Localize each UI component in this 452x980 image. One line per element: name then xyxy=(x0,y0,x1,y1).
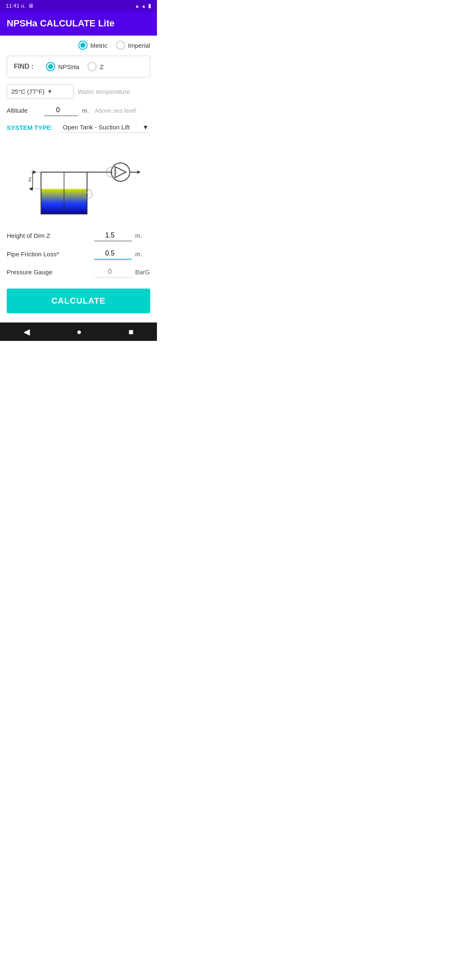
find-npsha-radio[interactable] xyxy=(46,62,55,71)
altitude-row: Altitude m. Above sea level xyxy=(7,105,150,116)
find-npsha-option[interactable]: NPSHa xyxy=(46,62,79,71)
pipe-friction-loss-row: Pipe Friction Loss* m. xyxy=(7,248,150,260)
diagram-container: Z B A xyxy=(7,139,150,222)
app-bar: NPSHa CALCULATE Lite xyxy=(0,11,157,36)
height-dim-z-unit: m. xyxy=(135,232,150,239)
system-type-row: SYSTEM TYPE: Open Tank - Suction Lift ▼ xyxy=(7,122,150,133)
altitude-description: Above sea level xyxy=(95,107,136,114)
system-type-arrow: ▼ xyxy=(142,124,149,131)
system-type-label: SYSTEM TYPE: xyxy=(7,124,57,131)
height-dim-z-wrap: m. xyxy=(94,230,150,241)
dot-icon: 🖥 xyxy=(28,3,33,9)
pressure-gauge-label: Pressure Gauge xyxy=(7,268,94,276)
find-npsha-label: NPSHa xyxy=(58,63,79,70)
find-label: FIND : xyxy=(14,63,33,70)
pressure-gauge-wrap: BarG xyxy=(94,266,150,278)
nav-bar: ◀ ● ■ xyxy=(0,322,157,341)
find-z-radio[interactable] xyxy=(87,62,97,71)
pipe-friction-loss-input[interactable] xyxy=(94,248,132,260)
status-bar: 11:41 u. 🖥 xyxy=(0,0,157,11)
pressure-gauge-unit: BarG xyxy=(135,268,150,276)
pipe-friction-loss-unit: m. xyxy=(135,250,150,258)
signal-icon xyxy=(141,3,146,9)
metric-option[interactable]: Metric xyxy=(78,41,108,50)
pressure-gauge-row: Pressure Gauge BarG xyxy=(7,266,150,278)
pipe-friction-loss-label: Pipe Friction Loss* xyxy=(7,250,94,258)
temperature-value: 25°C (77°F) xyxy=(11,88,45,95)
temperature-row: 25°C (77°F) ▼ Water temperature xyxy=(7,84,150,99)
svg-marker-12 xyxy=(137,170,141,174)
system-type-value: Open Tank - Suction Lift xyxy=(63,124,130,131)
time-display: 11:41 u. xyxy=(6,3,26,9)
altitude-label: Altitude xyxy=(7,107,40,114)
status-time: 11:41 u. 🖥 xyxy=(6,3,33,9)
height-dim-z-row: Height of Dim Z m. xyxy=(7,230,150,241)
svg-text:B: B xyxy=(110,170,113,175)
pipe-friction-loss-wrap: m. xyxy=(94,248,150,260)
metric-radio[interactable] xyxy=(78,41,87,50)
imperial-label: Imperial xyxy=(128,42,150,49)
main-content: Metric Imperial FIND : NPSHa Z 25°C (77°… xyxy=(0,36,157,318)
svg-point-9 xyxy=(111,163,130,181)
height-dim-z-input[interactable] xyxy=(94,230,132,241)
status-icons xyxy=(135,3,151,9)
imperial-option[interactable]: Imperial xyxy=(116,41,150,50)
imperial-radio[interactable] xyxy=(116,41,125,50)
nav-back-button[interactable]: ◀ xyxy=(23,327,30,337)
nav-recents-button[interactable]: ■ xyxy=(128,327,134,337)
height-dim-z-label: Height of Dim Z xyxy=(7,232,94,239)
find-z-label: Z xyxy=(100,63,103,70)
wifi-icon xyxy=(135,3,139,9)
svg-text:Z: Z xyxy=(28,177,31,183)
temperature-dropdown-arrow: ▼ xyxy=(47,88,53,95)
system-type-dropdown[interactable]: Open Tank - Suction Lift ▼ xyxy=(61,122,150,133)
battery-icon xyxy=(148,3,151,9)
system-diagram: Z B A xyxy=(16,139,141,222)
altitude-input[interactable] xyxy=(44,105,78,116)
temperature-dropdown[interactable]: 25°C (77°F) ▼ xyxy=(7,84,74,99)
altitude-unit: m. xyxy=(82,107,89,114)
calculate-button[interactable]: CALCULATE xyxy=(7,289,150,313)
pressure-gauge-input[interactable] xyxy=(94,266,132,278)
find-card: FIND : NPSHa Z xyxy=(7,56,150,77)
unit-selector: Metric Imperial xyxy=(7,41,150,50)
metric-label: Metric xyxy=(90,42,108,49)
svg-marker-10 xyxy=(115,167,126,178)
nav-home-button[interactable]: ● xyxy=(77,327,82,337)
temperature-label: Water temperature xyxy=(78,88,130,95)
svg-text:A: A xyxy=(85,191,89,196)
app-title: NPSHa CALCULATE Lite xyxy=(7,18,115,28)
find-z-option[interactable]: Z xyxy=(87,62,103,71)
